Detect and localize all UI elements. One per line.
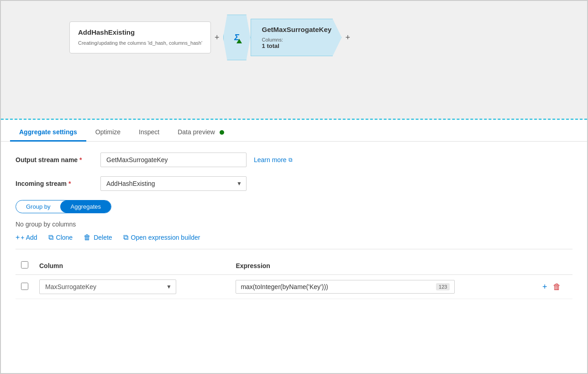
output-required-star: * <box>79 156 82 163</box>
incoming-required-star: * <box>68 180 71 187</box>
no-group-msg: No group by columns <box>16 221 572 228</box>
flow-container: AddHashExisting Creating/updating the co… <box>69 15 354 60</box>
bottom-panel: Aggregate settings Optimize Inspect Data… <box>1 120 587 374</box>
expression-header: Expression <box>230 257 536 275</box>
row-checkbox[interactable] <box>21 283 28 290</box>
triangle-green-icon <box>236 39 242 43</box>
plus-button-2[interactable]: + <box>342 32 354 43</box>
tab-aggregate-settings[interactable]: Aggregate settings <box>10 124 86 142</box>
expression-value: max(toInteger(byName('Key'))) <box>241 283 432 290</box>
incoming-stream-select[interactable]: AddHashExisting <box>100 176 247 191</box>
tab-data-preview[interactable]: Data preview <box>168 124 233 142</box>
group-by-toggle[interactable]: Group by <box>16 200 60 213</box>
aggregates-toggle[interactable]: Aggregates <box>60 200 111 213</box>
table-row: MaxSurrogateKey ▼ max(toInteger(byName('… <box>16 275 572 299</box>
toggle-group: Group by Aggregates <box>16 200 111 213</box>
add-icon: + <box>16 233 20 242</box>
column-header: Column <box>34 257 230 275</box>
select-all-checkbox[interactable] <box>21 261 28 269</box>
external-link-icon: ⧉ <box>289 157 293 163</box>
header-checkbox-cell <box>16 257 34 275</box>
canvas-area: AddHashExisting Creating/updating the co… <box>1 1 587 120</box>
tab-optimize[interactable]: Optimize <box>86 124 130 142</box>
expression-builder-label: Open expression builder <box>131 234 200 241</box>
expression-cell: max(toInteger(byName('Key'))) 123 <box>230 275 536 299</box>
output-stream-row: Output stream name * Learn more ⧉ <box>16 153 572 167</box>
node2-title: GetMaxSurrogateKey <box>262 26 333 33</box>
toolbar: + + Add ⧉ Clone 🗑 Delete ⧉ Open expressi… <box>16 233 572 242</box>
table-divider <box>16 249 572 249</box>
add-hash-existing-node[interactable]: AddHashExisting Creating/updating the co… <box>69 21 211 53</box>
row-actions: + 🗑 <box>541 281 567 293</box>
output-stream-input[interactable] <box>100 153 247 167</box>
expression-badge: 123 <box>436 283 450 290</box>
table-header-row: Column Expression <box>16 257 572 275</box>
delete-label: Delete <box>94 234 112 241</box>
clone-icon: ⧉ <box>48 233 53 242</box>
clone-button[interactable]: ⧉ Clone <box>48 233 73 242</box>
aggregates-table: Column Expression MaxSurrogateKey <box>16 257 572 299</box>
add-label: + Add <box>21 234 37 241</box>
output-stream-label: Output stream name * <box>16 156 93 163</box>
aggregate-hex-node[interactable]: Σ <box>223 15 251 60</box>
delete-icon: 🗑 <box>84 233 91 242</box>
learn-more-link[interactable]: Learn more ⧉ <box>254 156 293 163</box>
actions-header <box>536 257 572 275</box>
column-select[interactable]: MaxSurrogateKey <box>39 279 176 294</box>
clone-label: Clone <box>56 234 73 241</box>
tabs-bar: Aggregate settings Optimize Inspect Data… <box>1 120 587 142</box>
add-button[interactable]: + + Add <box>16 233 37 242</box>
node2-count: 1 total <box>262 42 333 49</box>
sigma-container: Σ <box>234 33 239 42</box>
node1-description: Creating/updating the columns 'id_hash, … <box>78 40 202 47</box>
tab-inspect[interactable]: Inspect <box>130 124 168 142</box>
delete-button[interactable]: 🗑 Delete <box>84 233 112 242</box>
incoming-stream-label: Incoming stream * <box>16 180 93 187</box>
expression-builder-icon: ⧉ <box>123 233 128 242</box>
incoming-stream-select-wrapper: AddHashExisting ▼ <box>100 176 247 191</box>
data-preview-dot <box>220 130 224 135</box>
node2-subtitle: Columns: <box>262 37 333 42</box>
column-select-wrapper: MaxSurrogateKey ▼ <box>39 279 176 294</box>
column-cell: MaxSurrogateKey ▼ <box>34 275 230 299</box>
row-add-button[interactable]: + <box>541 281 548 293</box>
get-max-surrogate-node[interactable]: GetMaxSurrogateKey Columns: 1 total <box>251 19 342 56</box>
row-actions-cell: + 🗑 <box>536 275 572 299</box>
row-delete-button[interactable]: 🗑 <box>552 281 562 293</box>
settings-content: Output stream name * Learn more ⧉ Incomi… <box>1 142 587 374</box>
expression-builder-button[interactable]: ⧉ Open expression builder <box>123 233 200 242</box>
row-checkbox-cell <box>16 275 34 299</box>
plus-button-1[interactable]: + <box>211 32 223 43</box>
node1-title: AddHashExisting <box>78 28 202 36</box>
incoming-stream-row: Incoming stream * AddHashExisting ▼ <box>16 176 572 191</box>
expression-input[interactable]: max(toInteger(byName('Key'))) 123 <box>236 280 455 294</box>
